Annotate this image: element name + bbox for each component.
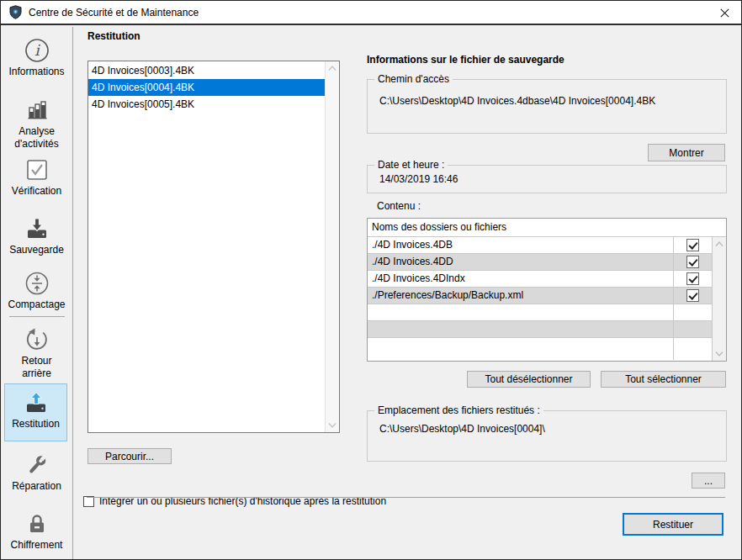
sidebar-item-retour-arriere[interactable]: Retour arrière [1,327,72,380]
list-item-selected[interactable]: 4D Invoices[0004].4BK [88,79,325,96]
scroll-up-icon[interactable] [714,240,724,247]
location-group: Emplacement des fichiers restitués : C:\… [367,410,727,462]
table-row[interactable]: ./4D Invoices.4DIndx [368,271,726,288]
close-icon [720,8,729,18]
info-circle-icon: i [24,38,50,63]
scroll-down-icon[interactable] [714,351,724,357]
backup-file-list[interactable]: 4D Invoices[0003].4BK 4D Invoices[0004].… [87,61,340,433]
sidebar-item-informations[interactable]: i Informations [1,38,72,78]
sidebar-item-verification[interactable]: Vérification [1,157,72,198]
more-options-button[interactable]: ... [692,473,725,489]
close-button[interactable] [711,3,738,24]
sidebar-item-analyse[interactable]: Analyse d'activités [1,98,72,151]
sidebar-separator [9,316,65,317]
main-content: Restitution 4D Invoices[0003].4BK 4D Inv… [74,27,741,559]
table-row-empty [368,304,726,321]
table-row[interactable]: ./4D Invoices.4DD [368,254,726,271]
show-button[interactable]: Montrer [648,144,725,161]
sidebar: i Informations Analyse d'activités Vérif… [1,27,73,559]
backup-file-path: C:\Users\Desktop\4D Invoices.4dbase\4D I… [379,95,655,107]
scroll-down-icon[interactable] [327,422,337,429]
sidebar-item-reparation[interactable]: Réparation [1,452,72,493]
info-panel-title: Informations sur le fichier de sauvegard… [367,54,564,66]
content-label: Contenu : [377,200,421,212]
sidebar-item-chiffrement[interactable]: Chiffrement [1,511,72,552]
window-title: Centre de Sécurité et de Maintenance [29,7,199,18]
row-checkbox[interactable] [686,256,699,268]
datetime-group: Date et heure : 14/03/2019 16:46 [367,165,727,193]
svg-text:i: i [34,41,40,59]
row-checkbox[interactable] [686,289,699,302]
bar-chart-icon [24,98,50,123]
table-row-empty [368,321,726,338]
table-header: Noms des dossiers ou fichiers [368,219,726,237]
sidebar-item-label: Sauvegarde [1,244,72,256]
backup-content-table[interactable]: Noms des dossiers ou fichiers ./4D Invoi… [367,218,727,362]
scroll-up-icon[interactable] [327,65,337,71]
app-shield-icon [8,5,23,19]
sidebar-item-label: Réparation [1,480,72,493]
datetime-group-label: Date et heure : [374,159,448,171]
sidebar-item-restitution[interactable]: Restitution [4,383,67,441]
table-scrollbar[interactable] [712,237,726,361]
backup-drive-icon [24,216,50,241]
list-item[interactable]: 4D Invoices[0003].4BK [88,62,325,79]
restore-drive-icon [24,390,49,415]
sidebar-item-label: Compactage [1,298,72,311]
padlock-icon [24,511,50,536]
table-row-empty [368,338,726,360]
title-bar: Centre de Sécurité et de Maintenance [1,1,741,25]
compact-circle-icon [24,271,50,296]
list-scrollbar[interactable] [325,61,339,432]
sidebar-item-label: Analyse d'activités [1,125,72,151]
page-title: Restitution [87,30,140,42]
browse-button[interactable]: Parcourir... [87,448,172,464]
restore-button[interactable]: Restituer [623,513,723,536]
sidebar-item-label: Restitution [5,418,66,431]
path-group-label: Chemin d'accès [374,73,453,85]
row-checkbox[interactable] [686,272,699,285]
sidebar-item-label: Chiffrement [1,539,72,552]
list-item[interactable]: 4D Invoices[0005].4BK [88,96,325,113]
row-checkbox[interactable] [686,239,699,251]
location-group-label: Emplacement des fichiers restitués : [374,404,543,416]
bottom-separator [87,497,725,498]
backup-datetime: 14/03/2019 16:46 [379,173,458,185]
sidebar-item-compactage[interactable]: Compactage [1,271,72,311]
table-row[interactable]: ./Preferences/Backup/Backup.xml [368,288,726,304]
restore-location-path: C:\Users\Desktop\4D Invoices[0004]\ [379,423,545,435]
sidebar-item-label: Retour arrière [1,355,72,380]
app-window: Centre de Sécurité et de Maintenance i I… [0,0,742,560]
rollback-clock-icon [24,327,50,352]
select-all-button[interactable]: Tout sélectionner [601,371,726,388]
checkbox-check-icon [24,157,50,182]
deselect-all-button[interactable]: Tout désélectionner [467,371,591,388]
wrench-icon [24,452,50,478]
sidebar-item-sauvegarde[interactable]: Sauvegarde [1,216,72,256]
table-row[interactable]: ./4D Invoices.4DB [368,237,726,254]
sidebar-item-label: Vérification [1,185,72,198]
path-group: Chemin d'accès C:\Users\Desktop\4D Invoi… [367,79,727,134]
sidebar-item-label: Informations [1,66,72,78]
